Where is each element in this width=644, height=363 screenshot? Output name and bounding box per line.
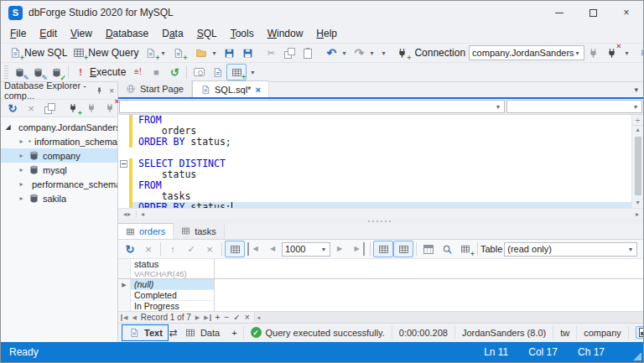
tab-list-dropdown-icon[interactable]: ▾ <box>629 86 643 94</box>
statement-combobox[interactable]: ▾ <box>119 100 505 113</box>
query-profiler-button[interactable] <box>190 65 208 80</box>
grid-refresh-button[interactable]: ↻ <box>121 241 139 257</box>
explorer-disconnect-button[interactable] <box>101 101 119 116</box>
card-view-button[interactable] <box>393 241 413 257</box>
edit-database-button[interactable] <box>10 65 29 80</box>
apply-changes-button[interactable]: ↑ <box>164 241 182 257</box>
explorer-refresh-button[interactable]: ↻ <box>3 101 22 116</box>
toolbar-overflow-button[interactable]: ▾ <box>247 68 258 77</box>
redo-button[interactable]: ↷ ▾ <box>350 45 377 60</box>
first-record-icon[interactable]: ◀ <box>121 314 127 321</box>
code-line[interactable]: ORDER BY status; <box>118 202 631 208</box>
show-results-pane-button[interactable] <box>226 64 247 80</box>
menu-help[interactable]: Help <box>309 26 344 41</box>
explorer-new-connection-button[interactable] <box>64 101 82 116</box>
column-visibility-button[interactable] <box>419 241 438 257</box>
results-tab-tasks[interactable]: tasks <box>174 223 225 239</box>
prev-page-button[interactable]: ◀ <box>263 241 282 257</box>
data-view-tab[interactable]: Data <box>179 325 225 340</box>
scroll-left-icon[interactable]: ◂ <box>137 210 148 218</box>
document-tab-sql[interactable]: SQL.sql*× <box>192 80 269 97</box>
menu-database[interactable]: Database <box>99 26 155 41</box>
fold-gutter[interactable] <box>118 158 129 169</box>
tab-close-icon[interactable]: × <box>255 85 260 95</box>
fold-collapse-icon[interactable] <box>120 160 127 168</box>
tree-node-information_schema[interactable]: ▸information_schema <box>1 134 117 148</box>
append-record-icon[interactable]: + <box>216 313 221 322</box>
new-sql-button[interactable]: New SQL <box>6 45 70 60</box>
new-document-dropdown[interactable]: ▾ <box>159 49 166 57</box>
grid-horizontal-scrollbar[interactable]: ◂ <box>254 312 643 323</box>
tree-node-company[interactable]: ▸company <box>1 148 117 163</box>
results-tab-orders[interactable]: orders <box>118 223 174 239</box>
page-size-combobox[interactable]: 1000 ▾ <box>282 242 330 257</box>
table-row[interactable]: ▶(null) <box>118 279 643 290</box>
column-header-status[interactable]: status VARCHAR(45) <box>131 259 215 278</box>
code-line[interactable]: ORDER BY status; <box>118 137 631 148</box>
execute-button[interactable]: ! Execute <box>71 65 128 80</box>
explorer-duplicate-button[interactable] <box>40 101 59 116</box>
export-data-button[interactable] <box>208 65 226 80</box>
refresh-database-button[interactable] <box>29 65 47 80</box>
table-mode-combobox[interactable]: (read only) ▾ <box>504 242 637 257</box>
redo-dropdown[interactable]: ▾ <box>368 49 375 57</box>
tree-node-sakila[interactable]: ▸sakila <box>1 191 117 205</box>
rollback-button[interactable]: × <box>200 241 219 257</box>
scroll-right-icon[interactable]: ▸ <box>631 210 643 218</box>
last-record-icon[interactable]: ▶ <box>204 314 210 321</box>
new-connection-button[interactable] <box>392 45 411 60</box>
execute-script-button[interactable]: ≡! <box>128 65 147 80</box>
tree-expanded-icon[interactable]: ◢ <box>4 123 12 131</box>
text-view-tab[interactable]: Text <box>122 324 169 341</box>
tree-node-mysql[interactable]: ▸mysql <box>1 163 117 177</box>
editor-horizontal-scrollbar[interactable]: ◂▸ ◂ ▸ <box>118 208 643 219</box>
menu-data[interactable]: Data <box>155 26 190 41</box>
new-project-button[interactable] <box>169 45 187 60</box>
tree-collapsed-icon[interactable]: ▸ <box>18 137 25 145</box>
toolbar-overflow-button[interactable]: ▾ <box>377 49 389 58</box>
toolbar-grip[interactable] <box>4 65 8 79</box>
resize-grip[interactable] <box>633 352 641 360</box>
menu-tools[interactable]: Tools <box>224 26 261 41</box>
tree-collapsed-icon[interactable]: ▸ <box>18 180 25 188</box>
validate-database-button[interactable] <box>47 65 65 80</box>
cell-status[interactable]: Completed <box>131 290 215 301</box>
code-line[interactable]: status <box>118 169 631 180</box>
tree-collapsed-icon[interactable]: ▸ <box>18 152 25 159</box>
explorer-delete-button[interactable]: × <box>22 101 40 116</box>
pin-icon[interactable] <box>95 86 104 96</box>
last-page-button[interactable]: ▶ <box>349 241 367 257</box>
split-editor-vertical-handle[interactable]: ◂▸ <box>118 210 137 218</box>
menu-window[interactable]: Window <box>261 26 310 41</box>
connection-select[interactable]: company.JordanSanders ▾ <box>469 45 584 60</box>
explorer-connect-button[interactable] <box>82 101 101 116</box>
open-file-button[interactable]: ▾ <box>192 45 220 60</box>
panel-close-icon[interactable]: × <box>109 86 114 96</box>
execution-history-button[interactable]: ↺ <box>165 65 184 80</box>
open-file-dropdown[interactable]: ▾ <box>210 49 217 57</box>
maximize-button[interactable] <box>576 1 610 24</box>
new-query-button[interactable]: New Query <box>70 45 141 60</box>
tree-collapsed-icon[interactable]: ▸ <box>18 194 25 202</box>
save-button[interactable] <box>220 45 238 60</box>
tree-node-root[interactable]: ◢company.JordanSanders <box>1 120 117 134</box>
server-info[interactable]: JordanSanders (8.0) <box>454 326 553 339</box>
table-row[interactable]: Completed <box>118 290 643 301</box>
connection-overflow-button[interactable]: ▾ <box>621 49 633 58</box>
commit-button[interactable]: ✓ <box>182 241 200 257</box>
format-code-button[interactable]: ≡! ▾ <box>636 45 644 60</box>
document-tab-start-page[interactable]: Start Page <box>118 80 192 97</box>
delete-record-icon[interactable]: − <box>224 313 229 322</box>
paginal-mode-button[interactable] <box>225 241 245 257</box>
scroll-down-icon[interactable]: ▾ <box>636 199 639 206</box>
add-view-tab[interactable]: + <box>226 327 242 339</box>
grid-cancel-button[interactable]: × <box>139 241 158 257</box>
swap-view-icon[interactable]: ⇄ <box>169 326 178 340</box>
tree-node-performance_schema[interactable]: ▸performance_schema <box>1 177 117 191</box>
connect-button[interactable] <box>584 45 603 60</box>
split-editor-handle[interactable]: ÷ <box>632 115 643 126</box>
grid-view-button[interactable] <box>373 241 393 257</box>
current-database[interactable]: company <box>576 326 628 339</box>
cell-status[interactable]: In Progress <box>131 301 215 311</box>
disconnect-button[interactable] <box>603 45 621 60</box>
